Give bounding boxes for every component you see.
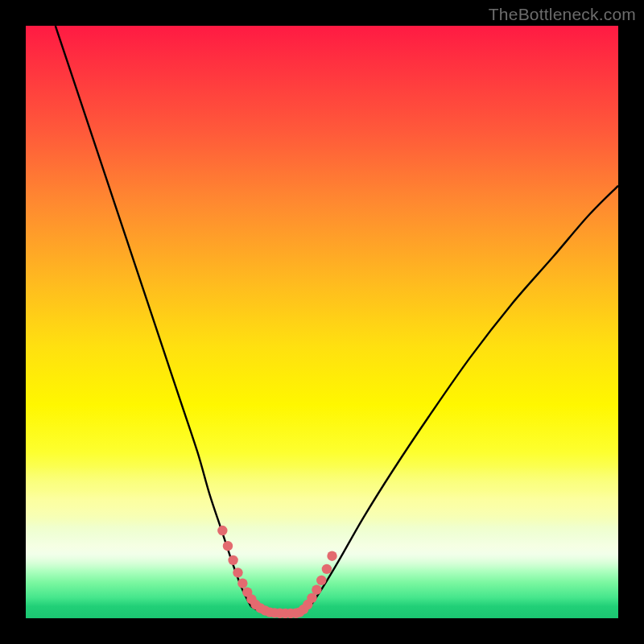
highlight-dot [228, 555, 237, 565]
plot-area [26, 26, 618, 618]
highlight-dot [217, 526, 227, 535]
outer-frame: TheBottleneck.com [0, 0, 644, 644]
dots-left [217, 526, 301, 618]
highlight-dot [223, 541, 233, 551]
highlight-dot [322, 564, 332, 574]
curve-left [56, 26, 251, 606]
highlight-dot [316, 576, 326, 585]
watermark-text: TheBottleneck.com [489, 5, 636, 24]
curves-layer [26, 26, 618, 618]
curve-right [310, 186, 618, 607]
highlight-dot [312, 584, 321, 594]
dots-right [295, 551, 337, 617]
highlight-dot [233, 568, 242, 577]
highlight-dot [327, 551, 336, 561]
highlight-dot [237, 578, 247, 588]
